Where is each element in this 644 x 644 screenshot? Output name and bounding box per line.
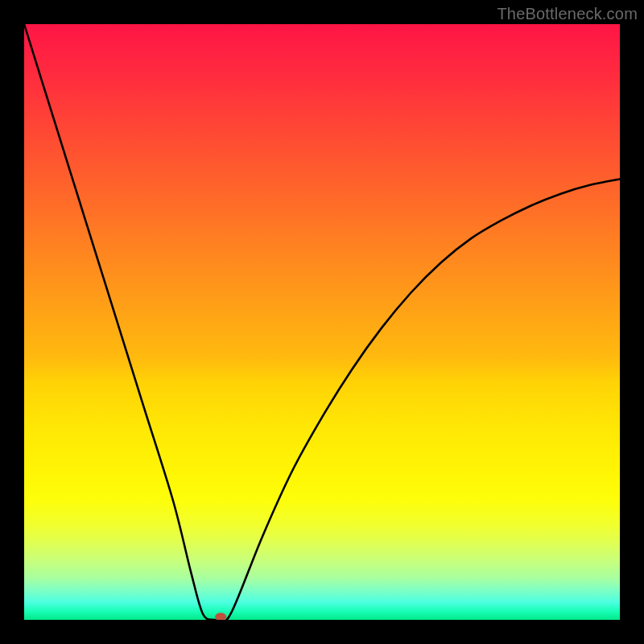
chart-container: TheBottleneck.com: [0, 0, 644, 644]
minimum-marker: [215, 613, 226, 620]
bottleneck-curve-path: [24, 24, 620, 620]
plot-area: [24, 24, 620, 620]
curve-svg: [24, 24, 620, 620]
watermark-text: TheBottleneck.com: [497, 5, 638, 23]
